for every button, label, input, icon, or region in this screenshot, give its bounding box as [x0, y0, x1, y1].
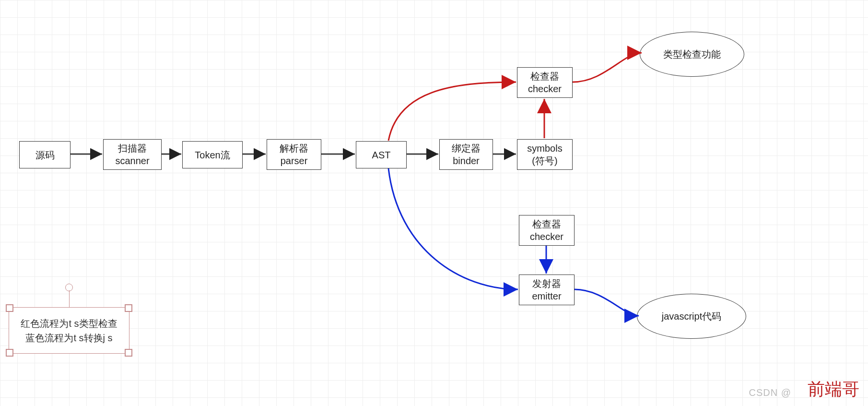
node-label: 扫描器: [118, 142, 147, 155]
node-label: AST: [372, 149, 391, 161]
node-label: 解析器: [280, 142, 308, 155]
handle-tr[interactable]: [125, 304, 132, 312]
node-label: 检查器: [530, 70, 559, 83]
node-typecheck: 类型检查功能: [640, 32, 744, 77]
node-label: javascript代码: [662, 310, 721, 322]
node-label: 类型检查功能: [663, 48, 721, 60]
node-label: checker: [530, 230, 563, 243]
node-label: 源码: [35, 149, 55, 161]
watermark-red: 前端哥: [808, 378, 859, 401]
handle-br[interactable]: [125, 349, 132, 357]
node-checker-top: 检查器 checker: [517, 67, 573, 98]
node-symbols: symbols (符号): [517, 139, 573, 170]
node-label: 绑定器: [452, 142, 481, 155]
node-label: scanner: [115, 155, 149, 167]
handle-rotate-line: [69, 290, 70, 308]
node-label: symbols: [527, 142, 562, 155]
legend-box[interactable]: 红色流程为t s类型检查 蓝色流程为t s转换j s: [9, 307, 129, 354]
node-label: binder: [453, 155, 480, 167]
node-binder: 绑定器 binder: [439, 139, 493, 170]
node-parser: 解析器 parser: [267, 139, 321, 170]
node-source: 源码: [19, 141, 70, 168]
node-jscode: javascript代码: [637, 294, 746, 339]
node-label: checker: [528, 83, 562, 95]
node-label: emitter: [532, 290, 561, 302]
node-scanner: 扫描器 scanner: [103, 139, 162, 170]
node-checker-bottom: 检查器 checker: [519, 215, 575, 246]
handle-bl[interactable]: [6, 349, 13, 357]
node-label: 发射器: [532, 277, 561, 290]
legend-line: 蓝色流程为t s转换j s: [25, 331, 112, 345]
node-ast: AST: [356, 141, 407, 168]
legend-line: 红色流程为t s类型检查: [21, 316, 117, 331]
node-label: (符号): [532, 155, 557, 167]
node-emitter: 发射器 emitter: [519, 275, 575, 305]
handle-tl[interactable]: [6, 304, 13, 312]
node-label: parser: [281, 155, 308, 167]
node-label: Token流: [195, 149, 230, 161]
node-label: 检查器: [532, 218, 561, 230]
watermark-grey: CSDN @: [749, 387, 791, 398]
node-token: Token流: [182, 141, 243, 168]
